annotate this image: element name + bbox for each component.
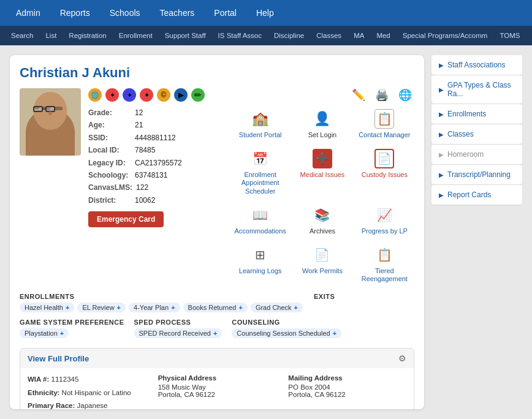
chevron-right-icon-6: ▶ bbox=[439, 172, 444, 178]
badge-icon-1[interactable]: 🌐 bbox=[88, 88, 102, 102]
nav-teachers[interactable]: Teachers bbox=[150, 0, 205, 26]
tag-grad-check: Grad Check + bbox=[251, 303, 303, 312]
tiered-reengagement-action[interactable]: 📋 Tiered Reengagement bbox=[355, 243, 414, 285]
accommodations-action[interactable]: 📖 Accommodations bbox=[230, 203, 290, 238]
nav-admin[interactable]: Admin bbox=[6, 0, 50, 26]
edit-icon[interactable]: ✏️ bbox=[352, 88, 365, 102]
learning-logs-action[interactable]: ⊞ Learning Logs bbox=[230, 243, 290, 285]
subnav-special-programs[interactable]: Special Programs/Accomm bbox=[397, 26, 494, 45]
archives-action[interactable]: 📚 Archives bbox=[292, 203, 352, 238]
set-login-action[interactable]: 👤 Set Login bbox=[292, 107, 352, 142]
chevron-right-icon-5: ▶ bbox=[439, 151, 444, 158]
mailing-address-line1: PO Box 2004 bbox=[288, 383, 406, 391]
student-portal-action[interactable]: 🏫 Student Portal bbox=[230, 107, 290, 142]
grade-row: Grade: 12 bbox=[88, 107, 223, 119]
nav-schools[interactable]: Schools bbox=[100, 0, 150, 26]
tag-sped-record: SPED Record Received + bbox=[134, 328, 222, 338]
counseling-tags: Counseling Session Scheduled + bbox=[232, 328, 341, 338]
print-icon[interactable]: 🖨️ bbox=[375, 88, 389, 102]
learning-logs-icon: ⊞ bbox=[251, 245, 270, 265]
subnav-toms[interactable]: TOMS bbox=[493, 26, 526, 45]
physical-address-line1: 158 Music Way bbox=[158, 383, 276, 391]
enrollment-scheduler-icon: 📅 bbox=[251, 149, 270, 168]
sidebar-homeroom[interactable]: ▶ Homeroom bbox=[431, 145, 522, 164]
sidebar-classes[interactable]: ▶ Classes bbox=[431, 124, 522, 144]
badge-icon-3[interactable]: ✦ bbox=[123, 88, 136, 102]
subnav-discipline[interactable]: Discipline bbox=[268, 26, 310, 45]
tag-books-returned: Books Returned + bbox=[183, 303, 248, 312]
contact-manager-action[interactable]: 📋 Contact Manager bbox=[355, 107, 414, 142]
subnav-list[interactable]: List bbox=[39, 26, 63, 45]
mailing-address-title: Mailing Address bbox=[288, 374, 406, 382]
age-row: Age: 21 bbox=[88, 119, 223, 131]
subnav-med[interactable]: Med bbox=[370, 26, 396, 45]
primary-race-field: Primary Race: Japanese bbox=[28, 401, 146, 409]
sidebar-gpa-types[interactable]: ▶ GPA Types & Class Ra... bbox=[431, 75, 522, 104]
tag-hazel-health: Hazel Health + bbox=[20, 303, 74, 312]
translate-icon[interactable]: 🌐 bbox=[398, 88, 412, 102]
custody-issues-icon: 📄 bbox=[374, 149, 394, 168]
emergency-card-button[interactable]: Emergency Card bbox=[88, 211, 164, 227]
subnav-search[interactable]: Search bbox=[5, 26, 39, 45]
subnav-registration[interactable]: Registration bbox=[63, 26, 112, 45]
sidebar-homeroom-label: Homeroom bbox=[447, 150, 484, 159]
view-full-profile-header: View Full Profile ⚙ bbox=[20, 349, 414, 368]
district-row: District: 10062 bbox=[88, 194, 223, 206]
badge-icon-4[interactable]: ✦ bbox=[140, 88, 153, 102]
action-panel: ✏️ 🖨️ 🌐 🏫 Student Portal 👤 Set Login bbox=[230, 88, 414, 285]
sidebar-gpa-types-label: GPA Types & Class Ra... bbox=[447, 81, 515, 98]
learning-logs-label: Learning Logs bbox=[239, 267, 282, 275]
set-login-label: Set Login bbox=[308, 131, 336, 139]
subnav-ma[interactable]: MA bbox=[348, 26, 370, 45]
game-system-tags: Playstation + bbox=[20, 328, 124, 338]
exits-title: EXITS bbox=[314, 293, 335, 300]
settings-icon[interactable]: ⚙ bbox=[398, 353, 406, 363]
subnav-enrollment[interactable]: Enrollment bbox=[113, 26, 159, 45]
progress-lp-label: Progress by LP bbox=[362, 227, 408, 235]
student-name: Christian J Akuni bbox=[20, 65, 414, 81]
sped-process-tags: SPED Record Received + bbox=[134, 328, 222, 338]
tiered-reengagement-label: Tiered Reengagement bbox=[357, 267, 412, 283]
tag-4-year-plan: 4-Year Plan + bbox=[129, 303, 180, 312]
physical-address-line2: Portola, CA 96122 bbox=[158, 391, 276, 398]
custody-issues-label: Custody Issues bbox=[362, 171, 408, 179]
right-sidebar: ▶ Staff Associations ▶ GPA Types & Class… bbox=[431, 55, 522, 409]
medical-issues-icon: ➕ bbox=[313, 149, 332, 168]
accommodations-label: Accommodations bbox=[234, 227, 286, 235]
tag-playstation: Playstation + bbox=[20, 328, 69, 338]
nav-reports[interactable]: Reports bbox=[50, 0, 100, 26]
contact-manager-icon: 📋 bbox=[374, 109, 394, 129]
profile-left-col: WIA #: 1112345 Ethnicity: Not Hispanic o… bbox=[28, 374, 146, 409]
set-login-icon: 👤 bbox=[313, 109, 332, 129]
work-permits-action[interactable]: 📄 Work Permits bbox=[292, 243, 352, 285]
nav-portal[interactable]: Portal bbox=[204, 0, 246, 26]
view-full-profile-link[interactable]: View Full Profile bbox=[28, 354, 89, 363]
badge-icon-2[interactable]: ✦ bbox=[105, 88, 119, 102]
chevron-right-icon-2: ▶ bbox=[439, 86, 444, 93]
sidebar-staff-associations[interactable]: ▶ Staff Associations bbox=[431, 55, 522, 75]
custody-issues-action[interactable]: 📄 Custody Issues bbox=[355, 146, 414, 198]
actions-grid: 🏫 Student Portal 👤 Set Login 📋 Contact M… bbox=[230, 107, 414, 285]
sidebar-transcript-planning[interactable]: ▶ Transcript/Planning bbox=[431, 165, 522, 184]
nav-help[interactable]: Help bbox=[246, 0, 284, 26]
enrollment-scheduler-label: Enrollment Appointment Scheduler bbox=[233, 171, 287, 195]
counseling-title: COUNSELING bbox=[232, 319, 341, 326]
sidebar-enrollments[interactable]: ▶ Enrollments bbox=[431, 104, 522, 124]
badge-icon-6[interactable]: ▶ bbox=[174, 88, 188, 102]
sidebar-report-cards[interactable]: ▶ Report Cards bbox=[431, 185, 522, 205]
medical-issues-action[interactable]: ➕ Medical Issues bbox=[292, 146, 352, 198]
chevron-right-icon-7: ▶ bbox=[439, 192, 444, 198]
subnav-support-staff[interactable]: Support Staff bbox=[159, 26, 212, 45]
subnav-is-staff-assoc[interactable]: IS Staff Assoc bbox=[212, 26, 268, 45]
canvaslms-row: CanvasLMS: 122 bbox=[88, 181, 223, 194]
student-portal-label: Student Portal bbox=[239, 131, 282, 139]
chevron-right-icon-3: ▶ bbox=[439, 111, 444, 118]
progress-lp-action[interactable]: 📈 Progress by LP bbox=[355, 203, 414, 238]
ssid-row: SSID: 4448881112 bbox=[88, 132, 223, 144]
badge-icon-7[interactable]: ✏ bbox=[191, 88, 205, 102]
badge-icon-5[interactable]: © bbox=[157, 88, 170, 102]
student-portal-icon: 🏫 bbox=[251, 109, 270, 129]
enrollment-scheduler-action[interactable]: 📅 Enrollment Appointment Scheduler bbox=[230, 146, 290, 198]
local-id-row: Local ID: 78485 bbox=[88, 144, 223, 156]
subnav-classes[interactable]: Classes bbox=[310, 26, 348, 45]
